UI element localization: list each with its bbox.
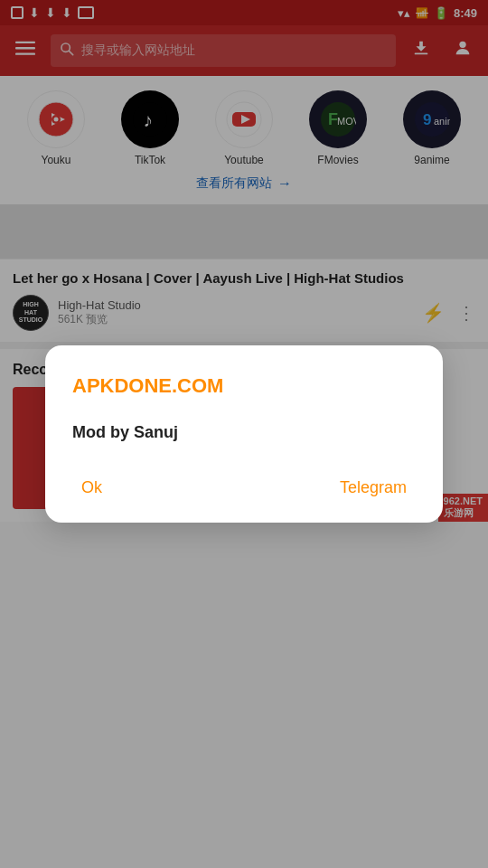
- dialog-message: Mod by Sanuj: [72, 423, 416, 442]
- dialog-ok-button[interactable]: Ok: [72, 475, 111, 501]
- dialog-telegram-button[interactable]: Telegram: [331, 475, 416, 501]
- dialog-buttons: Ok Telegram: [72, 475, 416, 501]
- dialog-title: APKDONE.COM: [72, 374, 416, 398]
- dialog-overlay: APKDONE.COM Mod by Sanuj Ok Telegram: [0, 0, 488, 868]
- dialog-box: APKDONE.COM Mod by Sanuj Ok Telegram: [45, 345, 443, 523]
